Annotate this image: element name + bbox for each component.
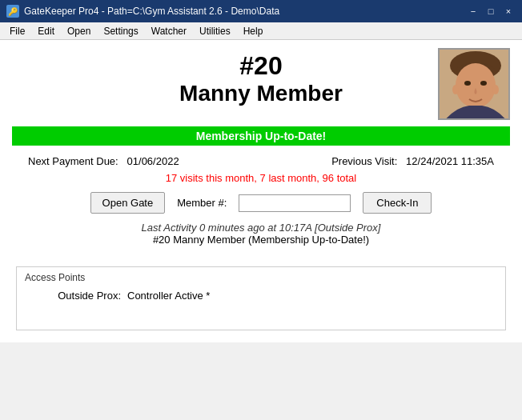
menu-utilities[interactable]: Utilities: [193, 24, 237, 38]
controls-row: Open Gate Member #: Check-In: [12, 192, 510, 214]
header-section: #20 Manny Member: [12, 48, 510, 120]
title-bar: 🔑 GateKeeper Pro4 - Path=C:\Gym Assistan…: [0, 0, 522, 22]
title-bar-text: GateKeeper Pro4 - Path=C:\Gym Assistant …: [24, 6, 279, 17]
access-row: Outside Prox: Controller Active *: [41, 290, 497, 302]
menu-open[interactable]: Open: [61, 24, 97, 38]
open-gate-button[interactable]: Open Gate: [90, 192, 166, 214]
access-points-label: Access Points: [25, 272, 497, 283]
info-row: Next Payment Due: 01/06/2022 Previous Vi…: [12, 152, 510, 170]
menu-edit[interactable]: Edit: [31, 24, 61, 38]
photo-avatar: [440, 50, 510, 120]
next-payment-label: Next Payment Due: 01/06/2022: [28, 155, 179, 167]
member-number-label: Member #:: [177, 197, 227, 209]
visits-row: 17 visits this month, 7 last month, 96 t…: [12, 172, 510, 184]
maximize-button[interactable]: □: [484, 4, 498, 18]
minimize-button[interactable]: −: [466, 4, 480, 18]
access-point-status: Controller Active *: [127, 290, 210, 302]
member-activity-line: #20 Manny Member (Membership Up-to-Date!…: [12, 234, 510, 246]
member-number: #20: [84, 52, 438, 80]
last-activity: Last Activity 0 minutes ago at 10:17A [O…: [12, 222, 510, 234]
menu-file[interactable]: File: [3, 24, 31, 38]
access-points-section: Access Points Outside Prox: Controller A…: [16, 266, 506, 330]
close-button[interactable]: ×: [501, 4, 516, 18]
window-controls: − □ ×: [466, 4, 516, 18]
member-info: #20 Manny Member: [84, 48, 438, 107]
previous-visit-date: 12/24/2021 11:35A: [406, 155, 494, 167]
menu-watcher[interactable]: Watcher: [145, 24, 193, 38]
svg-point-7: [492, 85, 499, 94]
main-content: #20 Manny Member: [0, 40, 522, 342]
menu-help[interactable]: Help: [237, 24, 270, 38]
menu-bar: File Edit Open Settings Watcher Utilitie…: [0, 22, 522, 40]
menu-settings[interactable]: Settings: [97, 24, 144, 38]
next-payment-date: 01/06/2022: [127, 155, 179, 167]
membership-status: Membership Up-to-Date!: [12, 126, 510, 146]
checkin-button[interactable]: Check-In: [363, 192, 432, 214]
member-photo: [438, 48, 510, 120]
member-name: Manny Member: [84, 80, 438, 107]
app-icon: 🔑: [6, 5, 19, 18]
svg-point-4: [464, 81, 471, 86]
activity-section: Last Activity 0 minutes ago at 10:17A [O…: [12, 222, 510, 246]
svg-point-6: [452, 85, 459, 94]
svg-point-5: [480, 81, 487, 86]
member-number-input[interactable]: [239, 194, 351, 212]
access-point-label: Outside Prox:: [41, 290, 121, 302]
previous-visit-label: Previous Visit: 12/24/2021 11:35A: [331, 155, 494, 167]
